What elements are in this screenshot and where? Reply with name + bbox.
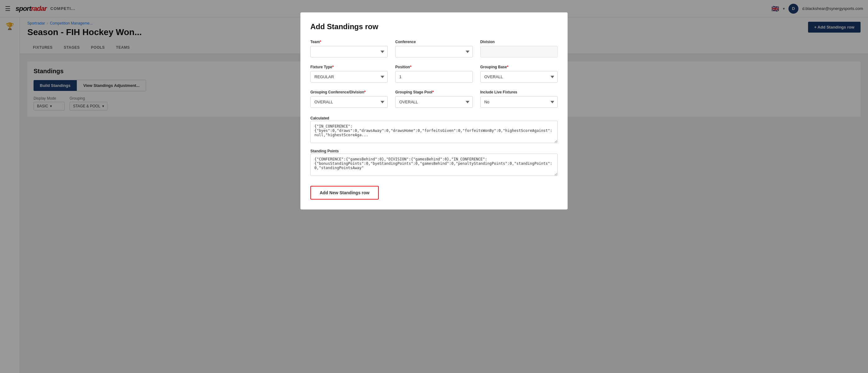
include-live-fixtures-select[interactable]: No Yes	[480, 96, 558, 108]
standing-points-label: Standing Points	[310, 149, 339, 153]
modal-overlay: Add Standings row Team* Conference Divis…	[0, 0, 868, 373]
fixture-type-select[interactable]: REGULAR	[310, 71, 388, 82]
calculated-group: Calculated {"IN_CONFERENCE": {"byes":0,"…	[310, 115, 558, 144]
conference-select[interactable]	[395, 46, 472, 58]
grouping-base-label: Grouping Base*	[480, 65, 558, 69]
position-label: Position*	[395, 65, 472, 69]
position-group: Position*	[395, 65, 472, 82]
conference-group: Conference	[395, 40, 472, 58]
modal-dialog: Add Standings row Team* Conference Divis…	[301, 12, 567, 209]
position-input[interactable]	[395, 71, 472, 82]
standing-points-group: Standing Points {"CONFERENCE":{"gamesBeh…	[310, 148, 558, 177]
fixture-type-label: Fixture Type*	[310, 65, 388, 69]
grouping-conference-group: Grouping Conference/Division* OVERALL	[310, 90, 388, 108]
division-group: Division	[480, 40, 558, 58]
calculated-label: Calculated	[310, 116, 329, 121]
grouping-stage-pool-label: Grouping Stage Pool*	[395, 90, 472, 94]
conference-label: Conference	[395, 40, 472, 44]
team-label: Team*	[310, 40, 388, 44]
team-group: Team*	[310, 40, 388, 58]
team-select[interactable]	[310, 46, 388, 58]
fixture-type-group: Fixture Type* REGULAR	[310, 65, 388, 82]
form-row-2: Fixture Type* REGULAR Position* Grouping…	[310, 65, 558, 82]
team-required: *	[320, 40, 321, 44]
calculated-textarea[interactable]: {"IN_CONFERENCE": {"byes":0,"draws":0,"d…	[310, 121, 558, 143]
division-label: Division	[480, 40, 558, 44]
standing-points-textarea[interactable]: {"CONFERENCE":{"gamesBehind":0},"DIVISIO…	[310, 154, 558, 176]
add-new-standings-row-button[interactable]: Add New Standings row	[310, 186, 379, 200]
include-live-fixtures-label: Include Live Fixtures	[480, 90, 558, 94]
grouping-base-select[interactable]: OVERALL	[480, 71, 558, 82]
division-select[interactable]	[480, 46, 558, 58]
grouping-base-group: Grouping Base* OVERALL	[480, 65, 558, 82]
grouping-stage-pool-group: Grouping Stage Pool* OVERALL	[395, 90, 472, 108]
grouping-conference-select[interactable]: OVERALL	[310, 96, 388, 108]
grouping-conference-label: Grouping Conference/Division*	[310, 90, 388, 94]
grouping-stage-pool-select[interactable]: OVERALL	[395, 96, 472, 108]
form-row-3: Grouping Conference/Division* OVERALL Gr…	[310, 90, 558, 108]
modal-title: Add Standings row	[310, 22, 558, 31]
include-live-fixtures-group: Include Live Fixtures No Yes	[480, 90, 558, 108]
form-row-1: Team* Conference Division	[310, 40, 558, 58]
